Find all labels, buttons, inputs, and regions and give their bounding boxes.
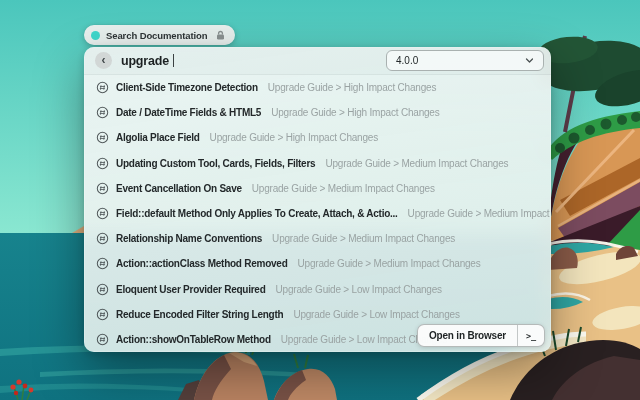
- result-row[interactable]: Relationship Name Conventions Upgrade Gu…: [84, 226, 551, 251]
- lock-icon: [215, 30, 226, 41]
- chevron-down-icon: [525, 56, 534, 65]
- result-row[interactable]: Action::actionClass Method Removed Upgra…: [84, 251, 551, 276]
- footer-action-group: Open in Browser >_: [417, 324, 545, 347]
- hash-circle-icon: [96, 333, 109, 346]
- result-row[interactable]: Date / DateTime Fields & HTML5 Upgrade G…: [84, 100, 551, 125]
- search-header: ‹ upgrade 4.0.0: [84, 47, 551, 75]
- result-row[interactable]: Algolia Place Field Upgrade Guide > High…: [84, 125, 551, 150]
- result-title: Reduce Encoded Filter String Length: [116, 309, 283, 320]
- result-row[interactable]: Field::default Method Only Applies To Cr…: [84, 201, 551, 226]
- search-documentation-panel: ‹ upgrade 4.0.0 Client-Side Timezone Det…: [84, 47, 551, 352]
- result-title: Client-Side Timezone Detection: [116, 82, 258, 93]
- result-breadcrumb: Upgrade Guide > High Impact Changes: [271, 107, 439, 118]
- result-breadcrumb: Upgrade Guide > Low Impact Changes: [276, 284, 442, 295]
- result-breadcrumb: Upgrade Guide > High Impact Changes: [268, 82, 436, 93]
- hash-circle-icon: [96, 283, 109, 296]
- result-row[interactable]: Client-Side Timezone Detection Upgrade G…: [84, 75, 551, 100]
- result-breadcrumb: Upgrade Guide > High Impact Changes: [210, 132, 378, 143]
- hash-circle-icon: [96, 157, 109, 170]
- hash-circle-icon: [96, 257, 109, 270]
- terminal-button[interactable]: >_: [517, 325, 544, 346]
- hash-circle-icon: [96, 81, 109, 94]
- hash-circle-icon: [96, 182, 109, 195]
- status-dot-icon: [91, 31, 100, 40]
- results-list: Client-Side Timezone Detection Upgrade G…: [84, 75, 551, 352]
- result-breadcrumb: Upgrade Guide > Medium Impact Changes: [325, 158, 508, 169]
- result-title: Date / DateTime Fields & HTML5: [116, 107, 261, 118]
- result-row[interactable]: Eloquent User Provider Required Upgrade …: [84, 277, 551, 302]
- app-title-pill: Search Documentation: [84, 25, 235, 45]
- result-title: Event Cancellation On Save: [116, 183, 242, 194]
- app-title: Search Documentation: [106, 30, 207, 41]
- hash-circle-icon: [96, 106, 109, 119]
- result-title: Action::actionClass Method Removed: [116, 258, 288, 269]
- terminal-prompt-icon: >_: [526, 331, 536, 341]
- result-title: Field::default Method Only Applies To Cr…: [116, 208, 398, 219]
- result-breadcrumb: Upgrade Guide > Medium Impact Changes: [252, 183, 435, 194]
- result-breadcrumb: Upgrade Guide > Medium Impact Changes: [408, 208, 551, 219]
- result-title: Eloquent User Provider Required: [116, 284, 266, 295]
- search-query-text: upgrade: [121, 54, 169, 68]
- hash-circle-icon: [96, 131, 109, 144]
- hash-circle-icon: [96, 207, 109, 220]
- back-button[interactable]: ‹: [95, 52, 112, 69]
- hash-circle-icon: [96, 232, 109, 245]
- version-selected-value: 4.0.0: [396, 55, 418, 66]
- result-title: Updating Custom Tool, Cards, Fields, Fil…: [116, 158, 315, 169]
- version-select[interactable]: 4.0.0: [386, 50, 544, 71]
- result-row[interactable]: Updating Custom Tool, Cards, Fields, Fil…: [84, 151, 551, 176]
- hash-circle-icon: [96, 308, 109, 321]
- result-breadcrumb: Upgrade Guide > Low Impact Changes: [293, 309, 459, 320]
- result-breadcrumb: Upgrade Guide > Medium Impact Changes: [298, 258, 481, 269]
- result-title: Action::showOnTableRow Method: [116, 334, 271, 345]
- result-title: Relationship Name Conventions: [116, 233, 262, 244]
- search-input[interactable]: upgrade: [121, 54, 174, 68]
- result-title: Algolia Place Field: [116, 132, 200, 143]
- result-row[interactable]: Event Cancellation On Save Upgrade Guide…: [84, 176, 551, 201]
- text-caret: [173, 54, 174, 67]
- result-breadcrumb: Upgrade Guide > Medium Impact Changes: [272, 233, 455, 244]
- open-in-browser-button[interactable]: Open in Browser: [418, 325, 517, 346]
